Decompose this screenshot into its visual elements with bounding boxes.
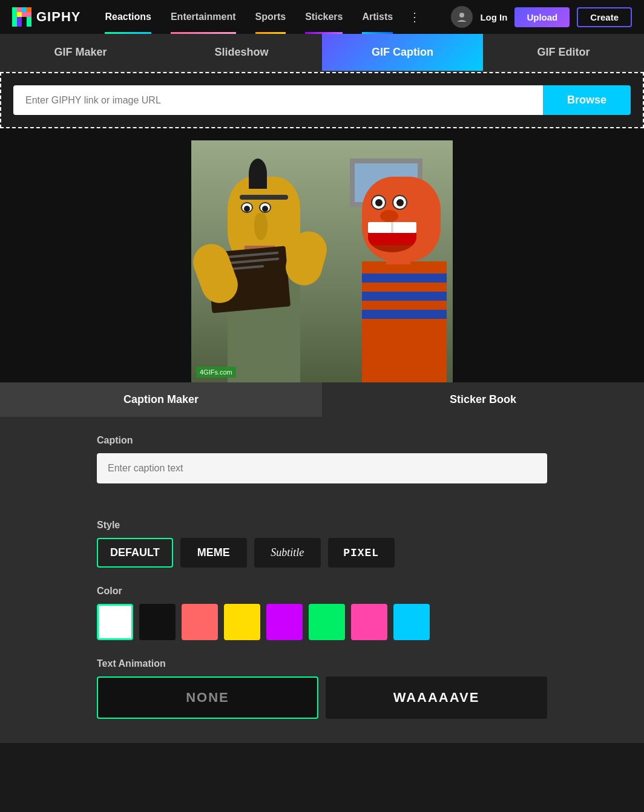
bert-puppet [203, 152, 324, 382]
color-swatch-red[interactable] [182, 604, 218, 640]
text-animation-label: Text Animation [97, 658, 547, 669]
nav-link-entertainment[interactable]: Entertainment [161, 0, 246, 34]
svg-rect-4 [22, 7, 27, 12]
color-swatch-green[interactable] [309, 604, 345, 640]
nav-link-sports[interactable]: Sports [246, 0, 296, 34]
caption-input[interactable] [97, 453, 547, 483]
tab-gif-caption[interactable]: GIF Caption [322, 34, 483, 71]
nav-more-icon[interactable]: ⋮ [402, 10, 427, 24]
bert-eye-left [241, 202, 253, 213]
gif-preview-area: 4GIFs.com [0, 128, 644, 382]
anim-btn-none[interactable]: NONE [97, 676, 318, 719]
tab-gif-maker[interactable]: GIF Maker [0, 34, 161, 71]
svg-rect-1 [17, 7, 22, 12]
brand-name: GIPHY [36, 9, 80, 25]
color-swatch-black[interactable] [139, 604, 176, 640]
svg-rect-0 [12, 7, 17, 27]
logo[interactable]: GIPHY [12, 7, 80, 27]
svg-rect-2 [17, 12, 22, 17]
text-animation-section: Text Animation NONE WAAAAAVE [0, 658, 644, 743]
style-btn-meme[interactable]: MEME [180, 538, 247, 568]
watermark: 4GIFs.com [196, 367, 236, 378]
anim-options: NONE WAAAAAVE [97, 676, 547, 719]
ernie-head [362, 177, 441, 261]
bert-eyebrow [240, 195, 288, 200]
style-label: Style [97, 520, 547, 531]
giphy-logo-icon [12, 7, 31, 27]
user-icon[interactable] [451, 6, 473, 28]
ernie-mouth [368, 222, 416, 252]
ernie-eye-right [392, 195, 407, 210]
gif-puppet-area: 4GIFs.com [191, 140, 453, 382]
sub-tab-caption-maker[interactable]: Caption Maker [0, 382, 322, 417]
sub-tab-sticker-book[interactable]: Sticker Book [322, 382, 644, 417]
style-section: Style DEFAULT MEME Subtitle PIXEL [0, 520, 644, 586]
nav-link-stickers[interactable]: Stickers [295, 0, 352, 34]
svg-rect-5 [27, 7, 31, 12]
color-swatches [97, 604, 547, 640]
bert-hair [249, 159, 267, 189]
nav-link-reactions[interactable]: Reactions [95, 0, 160, 34]
browse-button[interactable]: Browse [543, 85, 631, 115]
bert-eye-right [259, 202, 271, 213]
svg-rect-7 [27, 17, 31, 27]
style-btn-default[interactable]: DEFAULT [97, 538, 173, 568]
create-button[interactable]: Create [577, 7, 632, 27]
style-btn-subtitle[interactable]: Subtitle [254, 538, 321, 568]
ernie-puppet [356, 165, 453, 382]
svg-point-8 [459, 13, 464, 18]
nav-actions: Log In Upload Create [451, 6, 632, 28]
ernie-body [362, 261, 447, 382]
nav-link-artists[interactable]: Artists [352, 0, 402, 34]
color-swatch-yellow[interactable] [224, 604, 260, 640]
bert-nose [254, 213, 268, 240]
svg-rect-3 [17, 17, 22, 27]
color-swatch-cyan[interactable] [393, 604, 430, 640]
url-input[interactable] [13, 85, 543, 115]
style-options: DEFAULT MEME Subtitle PIXEL [97, 538, 547, 568]
navbar: GIPHY Reactions Entertainment Sports Sti… [0, 0, 644, 34]
sub-tabs: Caption Maker Sticker Book [0, 382, 644, 417]
color-swatch-pink[interactable] [351, 604, 387, 640]
caption-label: Caption [97, 435, 547, 446]
tabs-bar: GIF Maker Slideshow GIF Caption GIF Edit… [0, 34, 644, 72]
tab-gif-editor[interactable]: GIF Editor [483, 34, 644, 71]
person-icon [456, 11, 468, 23]
tab-slideshow[interactable]: Slideshow [161, 34, 322, 71]
login-button[interactable]: Log In [480, 12, 507, 22]
caption-section: Caption [0, 417, 644, 520]
svg-rect-6 [22, 12, 31, 17]
nav-links: Reactions Entertainment Sports Stickers … [95, 0, 451, 34]
ernie-nose [380, 210, 398, 222]
gif-preview: 4GIFs.com [191, 140, 453, 382]
color-swatch-white[interactable] [97, 604, 133, 640]
color-swatch-purple[interactable] [266, 604, 303, 640]
style-btn-pixel[interactable]: PIXEL [328, 538, 395, 568]
url-section: Browse [0, 72, 644, 128]
url-row: Browse [13, 85, 631, 115]
upload-button[interactable]: Upload [514, 7, 570, 27]
color-label: Color [97, 586, 547, 597]
ernie-eye-left [371, 195, 386, 210]
color-section: Color [0, 586, 644, 658]
anim-btn-wave[interactable]: WAAAAAVE [326, 676, 547, 719]
